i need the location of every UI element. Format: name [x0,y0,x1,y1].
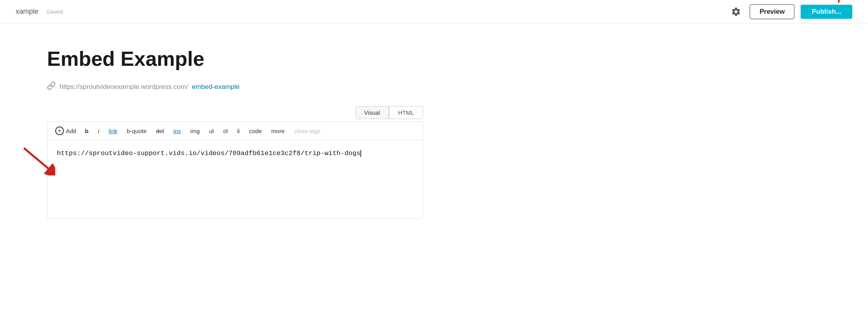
editor-content-url: https://sproutvideo-support.vids.io/vide… [57,150,360,157]
close-tags-button[interactable]: close tags [290,126,325,136]
svg-line-1 [839,0,841,3]
ul-button[interactable]: ul [205,126,218,136]
italic-button[interactable]: i [94,126,103,136]
li-button[interactable]: li [233,126,244,136]
editor-body[interactable]: https://sproutvideo-support.vids.io/vide… [47,140,423,219]
main-content: Embed Example https://sproutvideoexample… [0,23,470,242]
saved-status: Saved [46,8,63,15]
img-button[interactable]: img [186,126,204,136]
ol-button[interactable]: ol [219,126,232,136]
permalink-row: https://sproutvideoexample.wordpress.com… [47,81,423,92]
svg-line-3 [24,148,48,168]
more-button[interactable]: more [268,126,289,136]
text-cursor [360,150,361,157]
preview-button[interactable]: Preview [750,4,794,19]
add-label: Add [66,128,76,134]
header: xample Saved Preview Publish... [0,0,868,23]
permalink-base: https://sproutvideoexample.wordpress.com… [60,83,188,91]
bold-label: b [85,128,89,134]
permalink-slug: embed-example [192,83,240,91]
settings-button[interactable] [729,4,743,19]
visual-tab[interactable]: Visual [355,106,389,119]
page-title: Embed Example [47,47,423,70]
view-toggle: Visual HTML [47,106,423,119]
bold-button[interactable]: b [81,126,92,136]
editor-toolbar: + Add b i link b-quote del ins img ul ol… [47,122,423,140]
header-left: xample Saved [16,7,63,16]
link-icon [47,81,56,92]
gear-icon [731,7,741,17]
url-arrow-annotation [16,144,55,175]
italic-label: i [98,128,99,134]
header-right: Preview Publish... [729,4,852,19]
add-button[interactable]: + Add [52,125,80,137]
html-tab[interactable]: HTML [389,106,423,119]
publish-arrow-annotation [821,0,844,4]
del-label: del [156,128,164,134]
del-button[interactable]: del [152,126,168,136]
link-button[interactable]: link [105,126,121,136]
editor-wrapper: + Add b i link b-quote del ins img ul ol… [47,121,423,219]
ins-button[interactable]: ins [170,126,185,136]
publish-button[interactable]: Publish... [801,5,852,19]
bquote-button[interactable]: b-quote [123,126,151,136]
page-tab-title: xample [16,7,38,16]
add-circle-icon: + [55,126,64,135]
code-button[interactable]: code [245,126,266,136]
